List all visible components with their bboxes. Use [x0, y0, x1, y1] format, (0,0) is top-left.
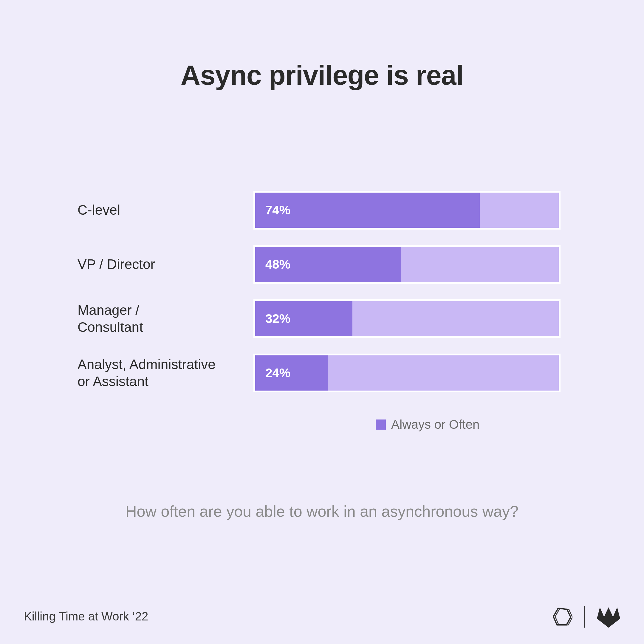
category-label: VP / Director: [78, 256, 253, 273]
chart-title: Async privilege is real: [0, 60, 644, 91]
bar-foreground: 48%: [255, 247, 401, 282]
svg-marker-0: [553, 608, 571, 625]
footer-source: Killing Time at Work ‘22: [24, 610, 148, 623]
polygon-logo-icon: [552, 606, 572, 627]
category-label: Analyst, Administrativeor Assistant: [78, 356, 253, 390]
bar-container: 32%: [253, 299, 561, 338]
bar-background: 74%: [255, 193, 559, 228]
legend-label: Always or Often: [391, 417, 479, 432]
bar-container: 24%: [253, 354, 561, 392]
bar-foreground: 32%: [255, 301, 352, 336]
bar-row: Manager /Consultant 32%: [78, 299, 566, 338]
legend-swatch-icon: [376, 419, 386, 430]
bar-value-label: 74%: [255, 203, 290, 217]
bar-value-label: 48%: [255, 257, 290, 272]
bar-row: C-level 74%: [78, 191, 566, 230]
chart-legend: Always or Often: [376, 417, 479, 432]
gitlab-logo-icon: [597, 606, 620, 628]
category-label: Manager /Consultant: [78, 302, 253, 336]
bar-background: 48%: [255, 247, 559, 282]
logo-divider: [584, 606, 585, 628]
bar-row: VP / Director 48%: [78, 245, 566, 284]
footer-logos: [552, 606, 620, 628]
bar-container: 74%: [253, 191, 561, 230]
bar-foreground: 74%: [255, 193, 480, 228]
bar-background: 32%: [255, 301, 559, 336]
bar-chart: C-level 74% VP / Director 48% Manager /C…: [78, 191, 566, 392]
bar-value-label: 24%: [255, 366, 290, 380]
category-label: C-level: [78, 202, 253, 219]
chart-subtitle: How often are you able to work in an asy…: [0, 501, 644, 522]
bar-background: 24%: [255, 355, 559, 391]
bar-foreground: 24%: [255, 355, 328, 391]
bar-container: 48%: [253, 245, 561, 284]
bar-row: Analyst, Administrativeor Assistant 24%: [78, 354, 566, 392]
bar-value-label: 32%: [255, 312, 290, 326]
